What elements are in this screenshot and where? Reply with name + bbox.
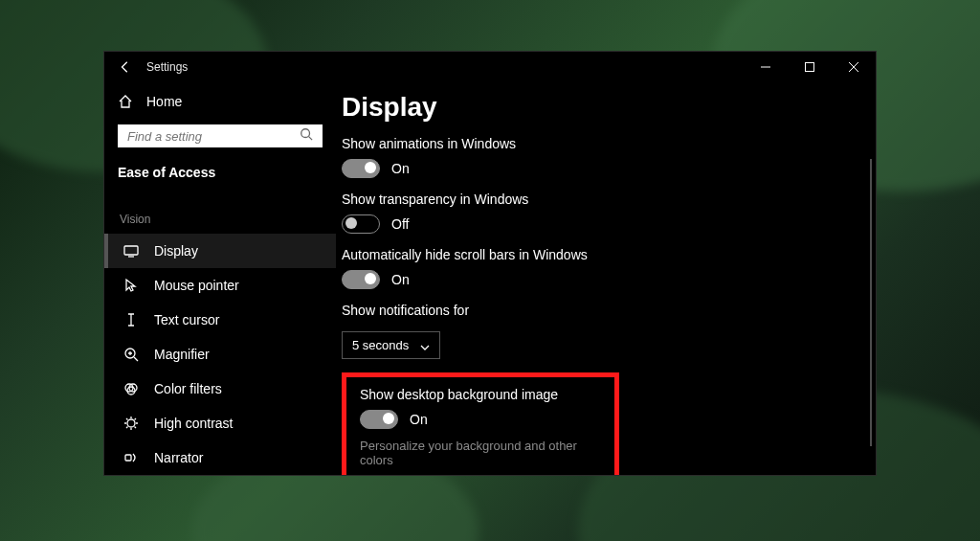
sidebar-item-label: High contrast (154, 416, 233, 431)
setting-transparency: Show transparency in Windows Off (342, 192, 849, 234)
toggle-state: Off (391, 216, 409, 232)
back-button[interactable] (118, 59, 133, 75)
display-icon (123, 243, 139, 259)
magnifier-icon (123, 347, 139, 362)
home-button[interactable]: Home (104, 84, 336, 119)
sidebar-item-mouse-pointer[interactable]: Mouse pointer (104, 268, 336, 303)
search-input[interactable] (127, 129, 300, 144)
toggle-transparency[interactable] (342, 214, 380, 234)
sidebar-item-narrator[interactable]: Narrator (104, 440, 336, 475)
toggle-scrollbars[interactable] (342, 270, 380, 289)
highlighted-setting: Show desktop background image On Persona… (342, 372, 619, 475)
titlebar: Settings (104, 52, 876, 82)
svg-point-1 (301, 129, 310, 138)
close-button[interactable] (832, 52, 876, 82)
setting-label: Show desktop background image (360, 387, 601, 402)
sidebar-item-color-filters[interactable]: Color filters (104, 372, 336, 406)
color-filters-icon (123, 381, 139, 396)
sidebar-item-magnifier[interactable]: Magnifier (104, 337, 336, 372)
cursor-icon (123, 278, 139, 293)
page-title: Display (342, 92, 849, 123)
toggle-animations[interactable] (342, 159, 380, 178)
svg-point-7 (127, 419, 135, 427)
dropdown-value: 5 seconds (352, 338, 409, 352)
setting-scrollbars: Automatically hide scroll bars in Window… (342, 247, 849, 289)
setting-notifications: Show notifications for 5 seconds (342, 303, 849, 359)
narrator-icon (123, 450, 139, 465)
settings-window: Settings Home (103, 51, 877, 476)
sidebar-section-label: Vision (104, 190, 336, 234)
sidebar-item-label: Color filters (154, 381, 222, 396)
sidebar-item-label: Mouse pointer (154, 278, 239, 293)
setting-label: Show notifications for (342, 303, 849, 318)
setting-label: Show animations in Windows (342, 136, 849, 151)
home-label: Home (146, 94, 182, 109)
svg-rect-8 (125, 455, 131, 461)
toggle-state: On (391, 161, 410, 176)
sidebar-item-display[interactable]: Display (104, 234, 336, 268)
notifications-dropdown[interactable]: 5 seconds (342, 331, 440, 359)
toggle-state: On (391, 272, 410, 287)
sidebar-item-label: Magnifier (154, 347, 210, 362)
sidebar-item-high-contrast[interactable]: High contrast (104, 406, 336, 440)
sidebar-item-text-cursor[interactable]: Text cursor (104, 303, 336, 337)
toggle-background[interactable] (360, 410, 398, 429)
scrollbar[interactable] (870, 159, 872, 446)
content-panel: Display Show animations in Windows On Sh… (336, 82, 876, 475)
text-cursor-icon (123, 312, 139, 327)
search-icon (300, 127, 313, 145)
sidebar: Home Ease of Access Vision Display (104, 82, 336, 475)
sidebar-item-label: Display (154, 243, 198, 259)
search-box[interactable] (118, 124, 323, 147)
chevron-down-icon (420, 341, 430, 350)
toggle-state: On (410, 412, 428, 427)
window-title: Settings (146, 60, 188, 74)
svg-rect-0 (806, 63, 814, 72)
personalize-link[interactable]: Personalize your background and other co… (360, 439, 601, 467)
minimize-button[interactable] (744, 52, 788, 82)
sidebar-item-label: Text cursor (154, 312, 219, 327)
category-header: Ease of Access (104, 159, 336, 190)
high-contrast-icon (123, 416, 139, 431)
home-icon (118, 94, 133, 109)
sidebar-item-label: Narrator (154, 450, 203, 465)
setting-label: Show transparency in Windows (342, 192, 849, 207)
setting-animations: Show animations in Windows On (342, 136, 849, 178)
maximize-button[interactable] (788, 52, 832, 82)
setting-label: Automatically hide scroll bars in Window… (342, 247, 849, 262)
svg-rect-2 (124, 246, 138, 255)
